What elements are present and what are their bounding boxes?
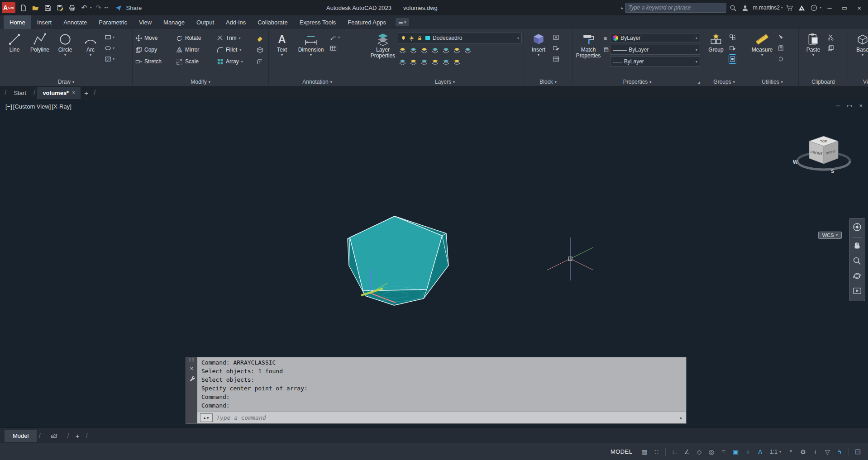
ribbon-tab-output[interactable]: Output [191,15,220,29]
paste-button[interactable]: Paste ▾ [801,30,826,57]
open-file-button[interactable] [30,2,41,13]
command-window-close-button[interactable]: × [190,365,194,372]
dimension-button[interactable]: Dimension ▾ [293,30,329,57]
ellipse-button[interactable]: ▾ [105,44,114,52]
properties-list-button[interactable]: ≡ [604,34,609,43]
undo-button[interactable]: ↶ [79,2,90,13]
search-button[interactable] [728,2,739,13]
share-icon[interactable] [113,2,124,13]
wcs-selector[interactable]: WCS ▾ [818,232,842,239]
workspace-settings-button[interactable]: ⚙ [797,446,809,457]
attribute-edit-button[interactable] [553,44,559,52]
isometric-drafting-toggle[interactable]: ◇ [693,446,705,457]
linetype-combo[interactable]: – – – ByLayer ▾ [610,57,700,66]
layer-properties-button[interactable]: Layer Properties [368,30,398,59]
new-file-button[interactable] [18,2,29,13]
layer-make-current-button[interactable] [442,47,450,54]
transparency-button[interactable]: ▤ [604,45,609,53]
save-as-button[interactable] [54,2,65,13]
arc-button[interactable]: Arc ▾ [78,30,103,57]
layer-off-button[interactable] [399,47,406,54]
application-menu-button[interactable]: ACAD [2,2,15,13]
layout-tab-model[interactable]: Model [5,430,37,442]
file-tab-volumes[interactable]: volumes* × [37,87,81,99]
drawing-area[interactable]: [−] [Custom View] [X-Ray] ─ ▭ × W S TOP … [0,100,868,427]
panel-label-layers[interactable]: Layers▾ [366,79,524,85]
ribbon-tab-view[interactable]: View [133,15,157,29]
help-dropdown-icon[interactable]: ▾ [820,6,821,9]
viewport-minimize-button[interactable]: ─ [836,102,840,109]
model-space-indicator[interactable]: MODEL [610,448,632,455]
layer-freeze-button[interactable] [420,47,428,54]
array-button[interactable]: Array▾ [216,57,255,66]
undo-dropdown-icon[interactable]: ▾ [90,6,92,9]
trim-button[interactable]: Trim▾ [216,33,255,43]
drag-grip-icon[interactable]: ⣿⣿ [189,359,194,361]
group-edit-button[interactable] [729,44,736,52]
clean-screen-button[interactable]: ⊡ [852,446,863,457]
dimension-dropdown-icon[interactable]: ▾ [310,54,312,57]
group-button[interactable]: Group [704,30,728,53]
erase-button[interactable] [256,33,267,43]
minimize-button[interactable]: ─ [823,2,836,14]
properties-dialog-launcher[interactable]: ◢ [697,81,700,85]
rectangle-button[interactable]: ▾ [105,33,114,42]
copy-clip-button[interactable] [827,44,834,52]
panel-label-block[interactable]: Block▾ [524,79,572,85]
panel-label-modify[interactable]: Modify▾ [133,79,268,85]
layer-vpfreeze-button[interactable] [442,58,450,66]
dodecahedron-solid[interactable] [348,216,448,305]
zoom-button[interactable] [852,256,862,268]
layer-walk-button[interactable] [431,58,439,66]
insert-button[interactable]: Insert ▾ [526,30,551,57]
signed-in-user[interactable]: m.martins2 [753,5,780,11]
navigation-wheel-button[interactable] [852,222,863,234]
isolate-objects-button[interactable]: ▽ [822,446,833,457]
file-tab-start[interactable]: Start [8,87,31,99]
pan-button[interactable] [852,241,862,253]
arc-dropdown-icon[interactable]: ▾ [90,54,91,57]
viewport-view-control[interactable]: [Custom View] [13,103,51,110]
recent-commands-button[interactable]: ▸ ▾ [200,413,213,422]
stretch-button[interactable]: Stretch [134,57,174,66]
object-snap-tracking-toggle[interactable]: + [742,446,754,457]
hatch-button[interactable]: ▾ [105,55,114,63]
viewport-close-button[interactable]: × [859,102,863,109]
save-button[interactable] [42,2,53,13]
user-dropdown-icon[interactable]: ▾ [781,6,783,9]
view-cube[interactable]: W S TOP FRONT RIGHT [791,135,856,198]
polyline-button[interactable]: Polyline [27,30,52,53]
app-store-cart-button[interactable] [784,2,795,13]
panel-label-groups[interactable]: Groups▾ [702,79,746,85]
explode-button[interactable] [256,45,267,55]
object-color-combo[interactable]: ByLayer ▾ [610,33,700,43]
panel-label-properties[interactable]: Properties▾ [572,79,702,85]
ortho-mode-toggle[interactable]: ∟ [669,446,680,457]
panel-label-annotation[interactable]: Annotation▾ [269,79,366,85]
command-window[interactable]: ⣿⣿ × Command: ARRAYCLASSIC Select object… [186,357,687,424]
move-button[interactable]: Move [134,33,174,43]
share-button[interactable]: Share [126,5,142,11]
ribbon-tab-parametric[interactable]: Parametric [93,15,133,29]
offset-button[interactable] [256,57,267,66]
mirror-button[interactable]: Mirror [175,45,215,55]
layer-match-button[interactable] [453,47,461,54]
quick-select-button[interactable] [777,33,784,42]
ribbon-tab-manage[interactable]: Manage [157,15,191,29]
selection-cycling-toggle[interactable]: ▣ [730,446,741,457]
group-selection-toggle-button[interactable] [729,55,736,63]
copy-button[interactable]: Copy [134,45,174,55]
viewport-visual-style-control[interactable]: [X-Ray] [52,103,71,110]
text-button[interactable]: Text ▾ [271,30,293,57]
dynamic-ucs-toggle[interactable]: ∆ [754,446,766,457]
leader-button[interactable]: ▾ [330,33,340,42]
ribbon-tab-express-tools[interactable]: Express Tools [294,15,342,29]
id-point-button[interactable] [777,55,784,63]
panel-label-utilities[interactable]: Utilities▾ [746,79,798,85]
annotation-scale-selector[interactable]: 1:1 ▾ [767,449,784,455]
panel-label-draw[interactable]: Draw▾ [0,79,132,85]
match-properties-button[interactable]: Match Properties [574,30,602,59]
layout-tab-a3[interactable]: a3 [43,430,65,442]
viewport-minimize-control[interactable]: [−] [5,103,12,110]
layer-unlock-button[interactable] [420,58,428,66]
